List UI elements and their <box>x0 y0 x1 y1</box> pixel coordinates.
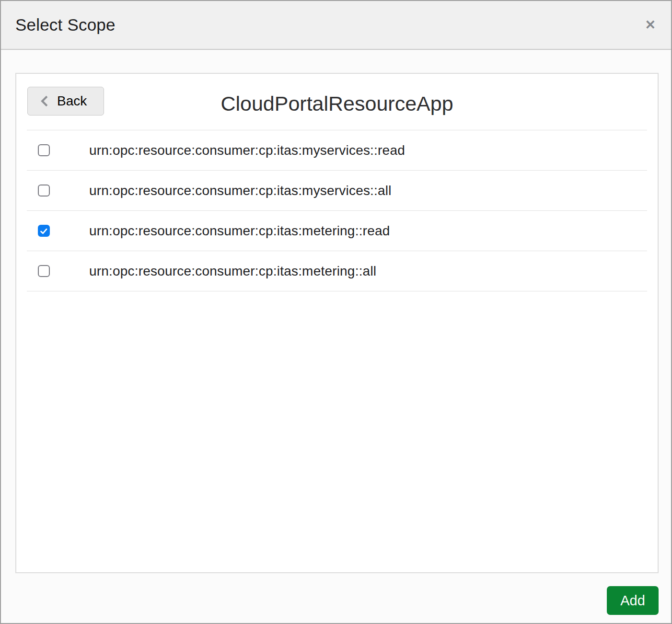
scope-checkbox[interactable] <box>38 185 50 196</box>
dialog-body: Back CloudPortalResourceApp urn:opc:reso… <box>1 50 671 623</box>
scope-label: urn:opc:resource:consumer:cp:itas:myserv… <box>89 143 405 158</box>
scope-label: urn:opc:resource:consumer:cp:itas:meteri… <box>89 223 390 239</box>
dialog-footer: Add <box>15 573 659 623</box>
back-button-label: Back <box>57 93 87 109</box>
checkmark-icon <box>39 227 48 236</box>
scope-row: urn:opc:resource:consumer:cp:itas:meteri… <box>27 251 647 291</box>
panel-header: Back CloudPortalResourceApp <box>27 74 647 130</box>
add-button[interactable]: Add <box>607 586 659 615</box>
scope-checkbox[interactable] <box>38 225 50 237</box>
chevron-left-icon <box>40 94 49 108</box>
resource-app-title: CloudPortalResourceApp <box>27 74 647 116</box>
scope-checkbox[interactable] <box>38 144 50 156</box>
scope-panel: Back CloudPortalResourceApp urn:opc:reso… <box>15 73 659 573</box>
dialog-title: Select Scope <box>15 15 116 35</box>
select-scope-dialog: Select Scope ✕ Back CloudPortalResourceA… <box>0 0 672 624</box>
scope-row: urn:opc:resource:consumer:cp:itas:myserv… <box>27 130 647 171</box>
scope-list: urn:opc:resource:consumer:cp:itas:myserv… <box>27 130 647 291</box>
scope-checkbox[interactable] <box>38 265 50 277</box>
scope-row: urn:opc:resource:consumer:cp:itas:meteri… <box>27 211 647 251</box>
scope-label: urn:opc:resource:consumer:cp:itas:myserv… <box>89 183 392 198</box>
scope-label: urn:opc:resource:consumer:cp:itas:meteri… <box>89 264 376 279</box>
back-button[interactable]: Back <box>27 87 104 116</box>
scope-row: urn:opc:resource:consumer:cp:itas:myserv… <box>27 171 647 211</box>
dialog-header: Select Scope ✕ <box>1 1 671 50</box>
close-icon[interactable]: ✕ <box>645 19 656 32</box>
